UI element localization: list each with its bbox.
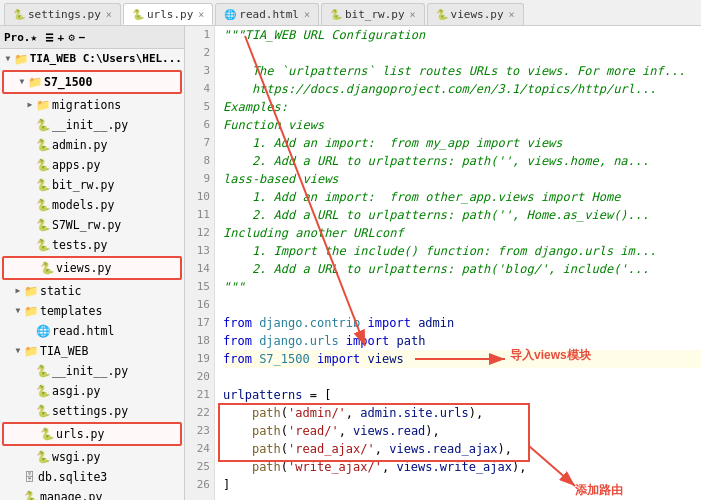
tab-read-html[interactable]: 🌐 read.html × [215, 3, 319, 25]
tree-asgi-py[interactable]: 🐍 asgi.py [0, 381, 184, 401]
wsgi-py-icon: 🐍 [36, 448, 50, 466]
tab-urls-py[interactable]: 🐍 urls.py × [123, 3, 213, 25]
tree-admin-py[interactable]: 🐍 admin.py [0, 135, 184, 155]
views-py-tree-label: views.py [56, 259, 111, 277]
asgi-py-label: asgi.py [52, 382, 100, 400]
asgi-py-icon: 🐍 [36, 382, 50, 400]
migrations-icon: 📁 [36, 96, 50, 114]
tree-init-py2[interactable]: 🐍 __init__.py [0, 361, 184, 381]
static-icon: 📁 [24, 282, 38, 300]
line-21: urlpatterns = [ [223, 386, 701, 404]
tests-py-label: tests.py [52, 236, 107, 254]
tia-inner-icon: 📁 [24, 342, 38, 360]
tia-inner-arrow: ▼ [12, 342, 24, 360]
tab-settings-py[interactable]: 🐍 settings.py × [4, 3, 121, 25]
static-arrow: ▶ [12, 282, 24, 300]
apps-py-icon: 🐍 [36, 156, 50, 174]
main-area: Pro.★ ≡ + ⚙ − ▼ 📁 TIA_WEB C:\Users\HEL..… [0, 26, 701, 500]
line-24: path('read_ajax/', views.read_ajax), [223, 440, 701, 458]
tree-views-py[interactable]: 🐍 views.py [2, 256, 182, 280]
tree-init-py[interactable]: 🐍 __init__.py [0, 115, 184, 135]
root-label: TIA_WEB C:\Users\HEL... [30, 50, 182, 68]
line-4: https://docs.djangoproject.com/en/3.1/to… [223, 80, 701, 98]
line-17: from django.contrib import admin [223, 314, 701, 332]
migrations-label: migrations [52, 96, 121, 114]
bit-rw-icon: 🐍 [36, 176, 50, 194]
collapse-btn[interactable]: ≡ [45, 29, 53, 45]
read-html-label: read.html [52, 322, 114, 340]
urls-py-tree-icon: 🐍 [40, 425, 54, 443]
line-26: ] [223, 476, 701, 494]
tree-s7wl-rw[interactable]: 🐍 S7WL_rw.py [0, 215, 184, 235]
plus-btn[interactable]: + [58, 31, 65, 44]
gear-icon[interactable]: ⚙ [68, 31, 75, 44]
s7-label: S7_1500 [44, 73, 92, 91]
tree-tests-py[interactable]: 🐍 tests.py [0, 235, 184, 255]
init-py2-icon: 🐍 [36, 362, 50, 380]
editor[interactable]: 12345 678910 1112131415 1617181920 21222… [185, 26, 701, 500]
tia-inner-label: TIA_WEB [40, 342, 88, 360]
root-folder-icon: 📁 [14, 50, 28, 68]
db-icon: 🗄 [24, 468, 36, 486]
models-py-icon: 🐍 [36, 196, 50, 214]
tree-urls-py[interactable]: 🐍 urls.py [2, 422, 182, 446]
close-tab-settings[interactable]: × [106, 9, 112, 20]
line-3: The `urlpatterns` list routes URLs to vi… [223, 62, 701, 80]
wsgi-py-label: wsgi.py [52, 448, 100, 466]
settings-py-icon: 🐍 [13, 9, 25, 20]
admin-py-icon: 🐍 [36, 136, 50, 154]
bit-rw-icon: 🐍 [330, 9, 342, 20]
admin-py-label: admin.py [52, 136, 107, 154]
pro-icon: Pro.★ [4, 31, 37, 44]
line-9: lass-based views [223, 170, 701, 188]
tab-bit-rw-py[interactable]: 🐍 bit_rw.py × [321, 3, 425, 25]
close-tab-read-html[interactable]: × [304, 9, 310, 20]
sidebar: Pro.★ ≡ + ⚙ − ▼ 📁 TIA_WEB C:\Users\HEL..… [0, 26, 185, 500]
minus-btn[interactable]: − [79, 31, 86, 44]
tree-wsgi-py[interactable]: 🐍 wsgi.py [0, 447, 184, 467]
tree-root[interactable]: ▼ 📁 TIA_WEB C:\Users\HEL... [0, 49, 184, 69]
close-tab-urls[interactable]: × [198, 9, 204, 20]
settings-py-tree-icon: 🐍 [36, 402, 50, 420]
templates-icon: 📁 [24, 302, 38, 320]
line-19: from S7_1500 import views [223, 350, 701, 368]
line-23: path('read/', views.read), [223, 422, 701, 440]
expand-arrow: ▼ [2, 50, 14, 68]
line-12: Including another URLconf [223, 224, 701, 242]
line-14: 2. Add a URL to urlpatterns: path('blog/… [223, 260, 701, 278]
tests-py-icon: 🐍 [36, 236, 50, 254]
manage-py-icon: 🐍 [24, 488, 38, 500]
editor-content: 12345 678910 1112131415 1617181920 21222… [185, 26, 701, 500]
tree-models-py[interactable]: 🐍 models.py [0, 195, 184, 215]
line-20 [223, 368, 701, 386]
line-6: Function views [223, 116, 701, 134]
line-18: from django.urls import path [223, 332, 701, 350]
tree-templates[interactable]: ▼ 📁 templates [0, 301, 184, 321]
tree-apps-py[interactable]: 🐍 apps.py [0, 155, 184, 175]
apps-py-label: apps.py [52, 156, 100, 174]
close-tab-bit-rw[interactable]: × [410, 9, 416, 20]
tab-views-py[interactable]: 🐍 views.py × [427, 3, 524, 25]
tree-tia-web-inner[interactable]: ▼ 📁 TIA_WEB [0, 341, 184, 361]
line-22: path('admin/', admin.site.urls), [223, 404, 701, 422]
db-label: db.sqlite3 [38, 468, 107, 486]
tree-manage-py[interactable]: 🐍 manage.py [0, 487, 184, 500]
line-7: 1. Add an import: from my_app import vie… [223, 134, 701, 152]
tree-read-html[interactable]: 🌐 read.html [0, 321, 184, 341]
tree-bit-rw[interactable]: 🐍 bit_rw.py [0, 175, 184, 195]
s7-expand-arrow: ▼ [16, 73, 28, 91]
line-numbers: 12345 678910 1112131415 1617181920 21222… [185, 26, 215, 500]
close-tab-views[interactable]: × [509, 9, 515, 20]
init-py2-label: __init__.py [52, 362, 128, 380]
tree-settings-py[interactable]: 🐍 settings.py [0, 401, 184, 421]
line-8: 2. Add a URL to urlpatterns: path('', vi… [223, 152, 701, 170]
code-area[interactable]: """TIA_WEB URL Configuration The `urlpat… [215, 26, 701, 500]
tree-db-sqlite3[interactable]: 🗄 db.sqlite3 [0, 467, 184, 487]
route-annotation: 添加路由 [575, 481, 623, 499]
line-2 [223, 44, 701, 62]
line-13: 1. Import the include() function: from d… [223, 242, 701, 260]
static-label: static [40, 282, 82, 300]
tree-migrations[interactable]: ▶ 📁 migrations [0, 95, 184, 115]
tree-s7-1500[interactable]: ▼ 📁 S7_1500 [2, 70, 182, 94]
tree-static[interactable]: ▶ 📁 static [0, 281, 184, 301]
